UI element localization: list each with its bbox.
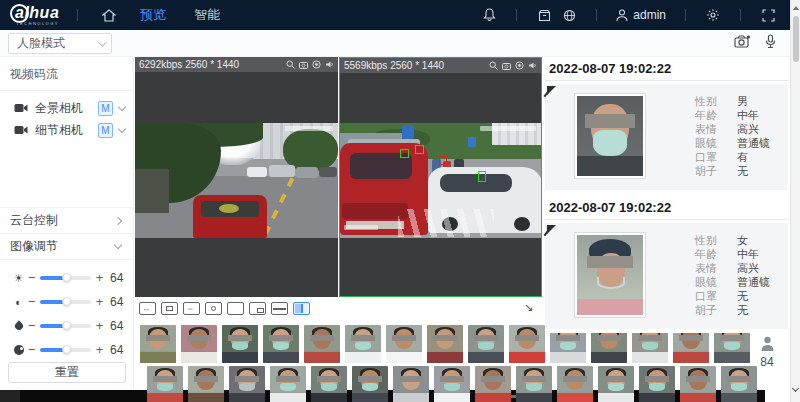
face-mask [478, 342, 494, 350]
slider-knob[interactable] [62, 297, 71, 306]
slider-track[interactable] [40, 348, 91, 352]
archive-box-icon[interactable] [536, 7, 552, 23]
video-pane-detail-selected[interactable]: 5569kbps 2560 * 1440 [339, 57, 542, 297]
camera-row-1[interactable]: 细节相机M [0, 119, 133, 141]
record-icon[interactable] [205, 302, 222, 315]
face-thumbnail[interactable] [468, 325, 504, 363]
face-thumbnail[interactable] [311, 366, 347, 402]
record-icon[interactable] [515, 61, 524, 70]
mode-select-dropdown[interactable]: 人脸模式 [8, 33, 112, 54]
scrollbar-thumb[interactable] [793, 16, 799, 62]
face-thumbnail[interactable] [147, 366, 183, 402]
face-thumbnail[interactable] [475, 366, 511, 402]
face-thumbnail[interactable] [181, 325, 217, 363]
slider-track[interactable] [40, 276, 91, 280]
face-thumbnail[interactable] [304, 325, 340, 363]
decrease-button[interactable]: − [25, 271, 38, 285]
face-thumbnail[interactable] [557, 366, 593, 402]
video-osd-bar: 6292kbps 2560 * 1440 [135, 57, 338, 72]
attribute-label: 性别 [695, 233, 727, 247]
alarm-bell-icon[interactable] [481, 7, 497, 23]
page-scrollbar[interactable] [790, 0, 800, 402]
face-thumbnail[interactable] [434, 366, 470, 402]
audio-icon[interactable] [325, 60, 334, 69]
face-thumbnail[interactable] [427, 325, 463, 363]
detection-face-photo[interactable] [577, 235, 643, 315]
face-thumbnail[interactable] [598, 366, 634, 402]
face-thumbnail[interactable] [393, 366, 429, 402]
face-thumbnail[interactable] [509, 325, 545, 363]
globe-icon[interactable] [561, 7, 577, 23]
slider-knob[interactable] [62, 321, 71, 330]
face-thumbnail[interactable] [229, 366, 265, 402]
snapshot-icon[interactable] [299, 60, 308, 69]
privacy-blur-bar [317, 376, 341, 382]
main-stream-badge[interactable]: M [98, 123, 113, 138]
face-thumbnail[interactable] [222, 325, 258, 363]
face-thumbnail[interactable] [386, 325, 422, 363]
aspect-ratio-icon[interactable]: ↔ [139, 302, 156, 315]
privacy-blur-bar [515, 335, 539, 341]
dahua-logo: alhua TECHNOLOGY [12, 5, 59, 26]
chevron-down-icon[interactable] [118, 124, 126, 132]
face-thumbnail[interactable] [721, 366, 757, 402]
chevron-down-icon[interactable] [118, 102, 126, 110]
original-size-icon[interactable] [161, 302, 178, 315]
stretch-icon[interactable]: ⇔ [183, 302, 200, 315]
face-thumbnail[interactable] [352, 366, 388, 402]
home-icon[interactable] [102, 9, 116, 22]
scroll-down-arrow[interactable] [792, 385, 799, 392]
scroll-up-arrow[interactable] [793, 6, 799, 10]
ptz-control-section[interactable]: 云台控制 [0, 208, 133, 233]
reset-button[interactable]: 重置 [8, 362, 126, 383]
digital-zoom-icon[interactable] [489, 61, 498, 70]
face-thumbnail[interactable] [680, 366, 716, 402]
main-stream-badge[interactable]: M [98, 101, 113, 116]
resize-handle-icon[interactable]: ↘ [524, 301, 533, 314]
privacy-blur-bar [686, 376, 710, 382]
dahua-logo-text: alhua [12, 5, 59, 21]
detection-card-0: 2022-08-07 19:02:22性别男年龄中年表情高兴眼镜普通镜口罩有胡子… [545, 57, 788, 190]
face-thumbnail[interactable] [270, 366, 306, 402]
increase-button[interactable]: + [93, 271, 106, 285]
video-pane-panoramic[interactable]: 6292kbps 2560 * 1440 [135, 57, 338, 297]
fullscreen-icon[interactable] [760, 7, 776, 23]
image-adjust-section[interactable]: 图像调节 [0, 234, 133, 259]
audio-icon[interactable] [528, 61, 537, 70]
face-thumbnail[interactable] [345, 325, 381, 363]
settings-gear-icon[interactable] [705, 7, 721, 23]
face-thumbnail[interactable] [263, 325, 299, 363]
privacy-blur-bar [269, 335, 293, 341]
alarm-snapshot-icon[interactable] [734, 34, 751, 49]
attribute-label: 胡子 [695, 164, 727, 178]
decrease-button[interactable]: − [25, 319, 38, 333]
split-2v-icon[interactable] [293, 302, 310, 315]
increase-button[interactable]: + [93, 343, 106, 357]
slider-track[interactable] [40, 324, 91, 328]
single-window-icon[interactable] [227, 302, 244, 315]
face-thumbnail[interactable] [140, 325, 176, 363]
face-thumbnail[interactable] [516, 366, 552, 402]
camera-row-0[interactable]: 全景相机M [0, 97, 133, 119]
privacy-blur-bar [679, 335, 703, 341]
digital-zoom-icon[interactable] [286, 60, 295, 69]
split-2h-icon[interactable] [271, 302, 288, 315]
slider-knob[interactable] [62, 273, 71, 282]
microphone-icon[interactable] [765, 34, 776, 49]
snapshot-icon[interactable] [502, 61, 511, 70]
tab-preview[interactable]: 预览 [126, 0, 180, 30]
pip-icon[interactable] [249, 302, 266, 315]
detection-face-photo[interactable] [577, 96, 643, 176]
decrease-button[interactable]: − [25, 295, 38, 309]
tab-intelligence[interactable]: 智能 [180, 0, 234, 30]
increase-button[interactable]: + [93, 319, 106, 333]
face-thumbnail[interactable] [639, 366, 675, 402]
record-icon[interactable] [312, 60, 321, 69]
decrease-button[interactable]: − [25, 343, 38, 357]
slider-track[interactable] [40, 300, 91, 304]
user-menu[interactable]: admin [616, 8, 666, 22]
increase-button[interactable]: + [93, 295, 106, 309]
slider-knob[interactable] [62, 345, 71, 354]
face-thumbnail[interactable] [188, 366, 224, 402]
stream-info-text: 5569kbps 2560 * 1440 [344, 60, 444, 71]
